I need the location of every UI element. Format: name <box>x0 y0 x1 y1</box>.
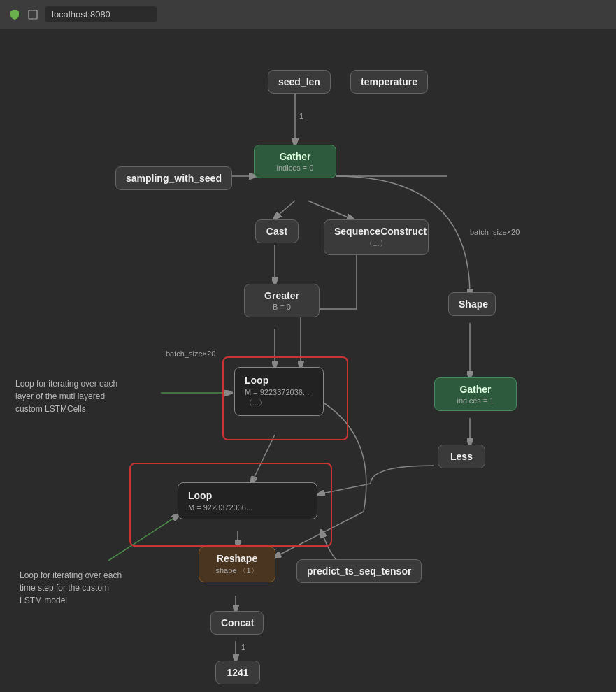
node-loop-top[interactable]: Loop M = 9223372036... 〈...〉 <box>234 367 324 416</box>
node-loop-bottom[interactable]: Loop M = 9223372036... <box>178 482 317 519</box>
svg-line-8 <box>252 435 275 482</box>
node-sampling-with-seed[interactable]: sampling_with_seed <box>115 166 232 190</box>
node-concat[interactable]: Concat <box>210 611 264 635</box>
svg-line-14 <box>108 515 178 561</box>
edge-label-1-bottom: 1 <box>241 643 245 651</box>
node-reshape[interactable]: Reshape shape 〈1〉 <box>199 547 275 582</box>
node-shape[interactable]: Shape <box>448 292 496 316</box>
annotation-loop-bottom: Loop for iterating over each time step f… <box>20 569 131 607</box>
page-icon <box>27 8 39 21</box>
node-gather-bottom[interactable]: Gather indices = 1 <box>434 377 517 411</box>
node-temperature[interactable]: temperature <box>350 70 428 94</box>
node-greater[interactable]: Greater B = 0 <box>244 284 320 317</box>
graph-area: seed_len temperature 1 Gather indices = … <box>0 29 616 692</box>
node-less[interactable]: Less <box>438 445 485 468</box>
edge-label-batch-size-bottom: batch_size×20 <box>166 349 215 358</box>
browser-bar: localhost:8080 <box>0 0 616 29</box>
svg-line-2 <box>275 201 295 218</box>
node-cast[interactable]: Cast <box>255 219 299 243</box>
node-sequence-construct[interactable]: SequenceConstruct 〈...〉 <box>324 219 429 255</box>
node-gather-top[interactable]: Gather indices = 0 <box>254 145 336 178</box>
svg-rect-0 <box>29 10 37 19</box>
url-bar[interactable]: localhost:8080 <box>45 6 157 22</box>
edge-label-batch-size-top: batch_size×20 <box>470 228 520 236</box>
edge-label-1: 1 <box>299 112 303 120</box>
node-predict-ts-seq-tensor[interactable]: predict_ts_seq_tensor <box>296 559 422 583</box>
node-output-1241[interactable]: 1241 <box>215 661 260 684</box>
svg-line-3 <box>308 201 353 219</box>
shield-icon <box>8 8 21 21</box>
annotation-loop-top: Loop for iterating over each layer of th… <box>15 377 127 415</box>
node-seed-len[interactable]: seed_len <box>268 70 331 94</box>
